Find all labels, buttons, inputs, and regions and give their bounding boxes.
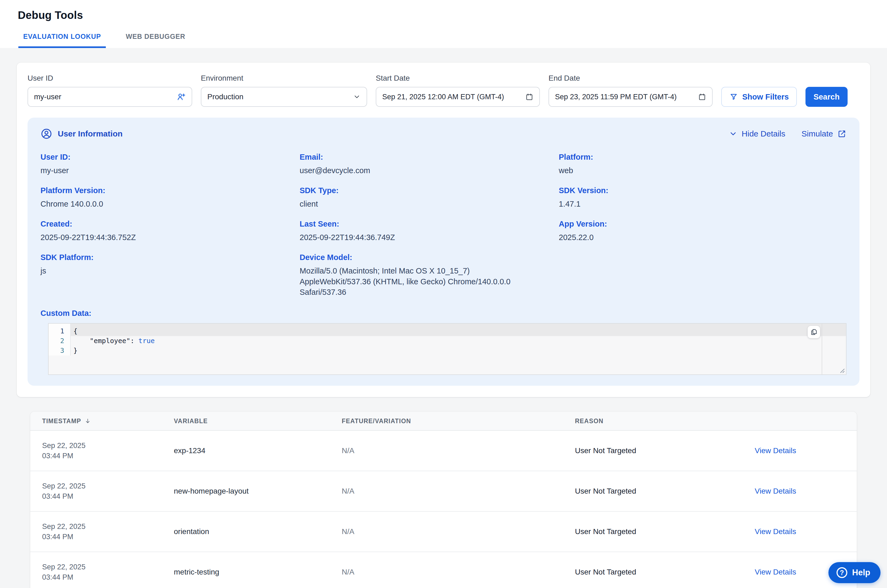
field-value: user@devcycle.com bbox=[300, 165, 543, 176]
panel-header: User Information Hide Details Simulate bbox=[41, 128, 846, 140]
view-details-link[interactable]: View Details bbox=[755, 527, 796, 536]
field-label: SDK Type: bbox=[300, 186, 543, 195]
end-date-label: End Date bbox=[549, 74, 713, 82]
field-label: Email: bbox=[300, 153, 543, 162]
lookup-card: User ID Environment Production bbox=[17, 63, 870, 397]
variable-cell: orientation bbox=[174, 512, 342, 552]
user-add-icon[interactable] bbox=[176, 92, 186, 101]
start-date-value: Sep 21, 2025 12:00 AM EDT (GMT-4) bbox=[382, 93, 504, 101]
timestamp-cell: Sep 22, 202503:44 PM bbox=[30, 552, 174, 588]
tab-evaluation-lookup[interactable]: EVALUATION LOOKUP bbox=[18, 33, 106, 48]
chevron-down-icon bbox=[729, 129, 737, 138]
calendar-icon[interactable] bbox=[698, 93, 706, 101]
json-code-block[interactable]: 1 { 2 "employee": true 3 } bbox=[48, 323, 846, 375]
info-column-3: Platform: web SDK Version: 1.47.1 App Ve… bbox=[559, 153, 846, 308]
content-area: User ID Environment Production bbox=[0, 48, 887, 588]
evaluations-table-card: TIMESTAMP VARIABLE FEATURE/VARIATION REA… bbox=[30, 412, 857, 588]
resize-handle[interactable] bbox=[839, 368, 845, 373]
view-details-link[interactable]: View Details bbox=[755, 487, 796, 495]
info-field-sdk-platform: SDK Platform: js bbox=[41, 253, 300, 276]
info-field-email: Email: user@devcycle.com bbox=[300, 153, 559, 176]
help-button[interactable]: ? Help bbox=[828, 562, 881, 583]
info-column-2: Email: user@devcycle.com SDK Type: clien… bbox=[300, 153, 559, 308]
table-row: Sep 22, 202503:44 PM orientation N/A Use… bbox=[30, 512, 857, 552]
column-header-feature-variation[interactable]: FEATURE/VARIATION bbox=[342, 412, 575, 430]
start-date-input[interactable]: Sep 21, 2025 12:00 AM EDT (GMT-4) bbox=[376, 87, 540, 107]
user-information-panel: User Information Hide Details Simulate bbox=[27, 118, 860, 386]
copy-button[interactable] bbox=[807, 326, 820, 338]
user-id-field: User ID bbox=[27, 74, 192, 107]
help-label: Help bbox=[852, 568, 870, 578]
code-line: 1 { bbox=[48, 324, 846, 336]
json-value: true bbox=[138, 337, 155, 345]
custom-data-editor: 1 { 2 "employee": true 3 } bbox=[48, 323, 846, 375]
end-date-input[interactable]: Sep 23, 2025 11:59 PM EDT (GMT-4) bbox=[549, 87, 713, 107]
hide-details-button[interactable]: Hide Details bbox=[729, 129, 785, 138]
user-circle-icon bbox=[41, 128, 53, 140]
user-id-label: User ID bbox=[27, 74, 192, 82]
code-content: } bbox=[70, 346, 846, 356]
field-label: Platform: bbox=[559, 153, 830, 162]
code-line: 3 } bbox=[48, 346, 846, 356]
end-date-value: Sep 23, 2025 11:59 PM EDT (GMT-4) bbox=[555, 93, 677, 101]
column-header-actions bbox=[755, 412, 857, 430]
view-details-link[interactable]: View Details bbox=[755, 568, 796, 576]
field-label: User ID: bbox=[41, 153, 283, 162]
table-row: Sep 22, 202503:44 PM metric-testing N/A … bbox=[30, 552, 857, 588]
custom-data-label: Custom Data: bbox=[41, 309, 846, 318]
tab-web-debugger[interactable]: WEB DEBUGGER bbox=[121, 33, 190, 48]
code-line: 2 "employee": true bbox=[48, 336, 846, 346]
environment-select[interactable]: Production bbox=[201, 87, 367, 107]
sort-descending-icon bbox=[84, 418, 91, 424]
question-mark-icon: ? bbox=[836, 567, 847, 578]
user-info-grid: User ID: my-user Platform Version: Chrom… bbox=[41, 153, 846, 308]
info-field-app-version: App Version: 2025.22.0 bbox=[559, 219, 846, 243]
search-button[interactable]: Search bbox=[806, 87, 848, 107]
variable-cell: metric-testing bbox=[174, 552, 342, 588]
panel-title: User Information bbox=[41, 128, 123, 140]
show-filters-label: Show Filters bbox=[742, 93, 789, 101]
line-number: 3 bbox=[48, 346, 70, 356]
hide-details-label: Hide Details bbox=[742, 129, 785, 138]
page-title: Debug Tools bbox=[18, 9, 887, 21]
info-field-platform: Platform: web bbox=[559, 153, 846, 176]
custom-data-section: Custom Data: 1 { 2 "employee": true bbox=[41, 309, 846, 375]
editor-ruler bbox=[822, 324, 822, 374]
column-header-reason[interactable]: REASON bbox=[575, 412, 755, 430]
field-label: Created: bbox=[41, 219, 283, 228]
funnel-icon bbox=[729, 93, 738, 101]
info-field-platform-version: Platform Version: Chrome 140.0.0.0 bbox=[41, 186, 300, 209]
field-value: client bbox=[300, 199, 543, 209]
feature-cell: N/A bbox=[342, 471, 575, 512]
show-filters-button[interactable]: Show Filters bbox=[721, 87, 797, 107]
table-row: Sep 22, 202503:44 PM exp-1234 N/A User N… bbox=[30, 430, 857, 471]
info-field-sdk-version: SDK Version: 1.47.1 bbox=[559, 186, 846, 209]
table-header-row: TIMESTAMP VARIABLE FEATURE/VARIATION REA… bbox=[30, 412, 857, 430]
info-field-last-seen: Last Seen: 2025-09-22T19:44:36.749Z bbox=[300, 219, 559, 243]
line-number: 1 bbox=[48, 324, 70, 336]
code-content: { bbox=[70, 324, 846, 336]
panel-actions: Hide Details Simulate bbox=[729, 129, 846, 138]
panel-title-text: User Information bbox=[58, 129, 123, 138]
start-date-label: Start Date bbox=[376, 74, 540, 82]
field-label: Platform Version: bbox=[41, 186, 283, 195]
simulate-button[interactable]: Simulate bbox=[801, 129, 846, 138]
external-link-icon bbox=[837, 129, 846, 138]
search-label: Search bbox=[813, 93, 840, 101]
calendar-icon[interactable] bbox=[525, 93, 534, 101]
info-field-device-model: Device Model: Mozilla/5.0 (Macintosh; In… bbox=[300, 253, 559, 297]
end-date-field: End Date Sep 23, 2025 11:59 PM EDT (GMT-… bbox=[549, 74, 713, 107]
tab-bar: EVALUATION LOOKUP WEB DEBUGGER bbox=[18, 33, 887, 48]
variable-cell: new-homepage-layout bbox=[174, 471, 342, 512]
user-id-input[interactable] bbox=[34, 93, 172, 101]
reason-cell: User Not Targeted bbox=[575, 552, 755, 588]
field-value: web bbox=[559, 165, 830, 176]
column-header-timestamp[interactable]: TIMESTAMP bbox=[30, 412, 174, 430]
debug-tools-page: Debug Tools EVALUATION LOOKUP WEB DEBUGG… bbox=[0, 0, 887, 588]
field-label: SDK Platform: bbox=[41, 253, 283, 262]
filter-row: User ID Environment Production bbox=[27, 74, 860, 107]
view-details-link[interactable]: View Details bbox=[755, 446, 796, 455]
json-key: "employee" bbox=[74, 337, 130, 345]
field-value: my-user bbox=[41, 165, 283, 176]
column-header-variable[interactable]: VARIABLE bbox=[174, 412, 342, 430]
